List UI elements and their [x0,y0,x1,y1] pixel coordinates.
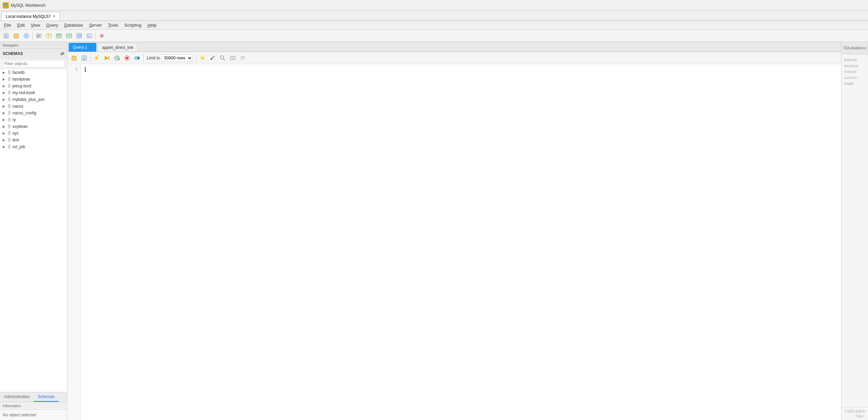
toolbar-search[interactable] [85,31,94,40]
menu-tools[interactable]: Tools [105,22,121,29]
schema-item-test[interactable]: ▶ 🗄 test [0,137,67,143]
arrow-mybatis: ▶ [3,98,6,101]
query-find[interactable] [218,53,227,63]
schema-item-ry[interactable]: ▶ 🗄 ry [0,116,67,123]
svg-text:SP: SP [78,34,82,38]
schema-item-my-red-book[interactable]: ▶ 🗄 my-red-book [0,89,67,96]
editor-content[interactable] [81,64,841,420]
schema-item-sys[interactable]: ▶ 🗄 sys [0,130,67,137]
menu-edit[interactable]: Edit [14,22,27,29]
query-open-btn[interactable] [69,53,79,63]
menu-scripting[interactable]: Scripting [122,22,144,29]
query-execute-btn[interactable]: ⚡ [92,53,101,63]
menu-file[interactable]: File [1,22,14,29]
schemas-label: SCHEMAS [3,51,23,56]
information-header: Information [0,402,67,410]
svg-rect-2 [14,34,19,38]
query-wrap[interactable] [238,53,248,63]
instance-tab-close[interactable]: ✕ [53,14,56,19]
db-icon-jeecg: 🗄 [7,84,11,88]
schema-item-familytree[interactable]: ▶ 🗄 familytree [0,76,67,83]
schema-item-xxl-job[interactable]: ▶ 🗄 xxl_job [0,143,67,150]
schema-name-redbook: my-red-book [12,90,35,95]
schema-name-facedb: facedb [12,70,25,75]
menu-bar: File Edit View Query Database Server Too… [0,21,868,30]
schema-item-mybatis[interactable]: ▶ 🗄 mybatis_plus_join [0,96,67,103]
toolbar-new-query[interactable]: Q [1,31,11,40]
schema-name-jeecg: jeecg-boot [12,84,31,88]
query-tab-1[interactable]: Query 1 ✕ [69,43,96,52]
db-icon-nacos-config: 🗄 [7,111,11,115]
toolbar-open-query[interactable] [11,31,21,40]
query-toggle-btn[interactable] [132,53,142,63]
query-editor: 1 [67,64,841,420]
bottom-tabs: Administration Schemas [0,392,67,402]
menu-help[interactable]: Help [145,22,159,29]
right-panel-header: SQLAdditions ◀ ▶ ⊞ [841,42,868,54]
right-panel-nav: ◀ ▶ ⊞ [866,43,868,53]
query-tab-applet[interactable]: applet_direct_link [98,43,138,52]
menu-database[interactable]: Database [62,22,86,29]
tab-administration[interactable]: Administration [0,392,34,402]
toolbar-sp[interactable]: SP [74,31,84,40]
toolbar-migration[interactable]: → [97,31,106,40]
toolbar-reconnect[interactable]: ↺ [22,31,31,40]
db-icon-mybatis: 🗄 [7,97,11,102]
menu-server[interactable]: Server [86,22,104,29]
auto-text: Automadisabled.manualcurrent ctoggle [844,58,859,85]
toolbar-sep-1 [32,32,33,40]
arrow-nacos-config: ▶ [3,111,6,115]
toolbar-table-inspect[interactable] [44,31,54,40]
arrow-ry: ▶ [3,118,6,121]
db-icon-familytree: 🗄 [7,77,11,81]
svg-line-38 [223,59,225,60]
query-visible-cols[interactable] [228,53,238,63]
q-sep-2 [143,54,144,62]
menu-view[interactable]: View [28,22,43,29]
arrow-sys: ▶ [3,132,6,135]
schema-name-soybean: soybean [12,124,28,129]
filter-box [0,59,67,69]
arrow-facedb: ▶ [3,71,6,74]
main-toolbar: Q ↺ + SP → [0,30,868,42]
instance-tab[interactable]: Local instance MySQL57 ✕ [1,12,60,21]
arrow-redbook: ▶ [3,91,6,94]
query-tab-1-close[interactable]: ✕ [89,45,92,50]
menu-query[interactable]: Query [43,22,61,29]
query-beautify[interactable]: 🖊 [208,53,217,63]
query-add-snippet[interactable]: ⭐ [198,53,207,63]
schema-name-ry: ry [12,117,16,122]
query-stop-btn[interactable] [122,53,132,63]
no-object-text: No object selected [0,410,67,420]
query-explain-btn[interactable]: 🔍 [112,53,122,63]
navigator-label: Navigator [3,43,19,47]
query-execute-all-btn[interactable] [102,53,112,63]
schemas-toggle-icon[interactable]: ⇄ [60,51,64,56]
toolbar-table-create[interactable]: + [64,31,74,40]
tab-schemas[interactable]: Schemas [34,392,59,402]
limit-dropdown: Limit to 50000 rows 1000 rows 10000 rows… [147,54,193,62]
query-save-btn[interactable] [80,53,89,63]
schema-item-nacos[interactable]: ▶ 🗄 nacos [0,103,67,110]
toolbar-schemas[interactable] [34,31,43,40]
schema-item-facedb[interactable]: ▶ 🗄 facedb [0,69,67,76]
schema-list: ▶ 🗄 facedb ▶ 🗄 familytree ▶ 🗄 jeecg-boot… [0,69,67,392]
svg-rect-28 [83,58,86,60]
schema-item-nacos-config[interactable]: ▶ 🗄 nacos_config [0,110,67,116]
svg-text:+: + [68,34,70,38]
svg-rect-6 [37,35,40,35]
instance-tab-bar: Local instance MySQL57 ✕ [0,11,868,21]
schema-name-sys: sys [12,131,19,136]
filter-input[interactable] [2,60,65,67]
toolbar-table-edit[interactable] [54,31,64,40]
schema-name-mybatis: mybatis_plus_join [12,97,44,102]
arrow-test: ▶ [3,138,6,142]
limit-select[interactable]: 50000 rows 1000 rows 10000 rows Don't Li… [161,54,193,62]
db-icon-sys: 🗄 [7,131,11,135]
schema-name-test: test [12,138,19,142]
arrow-nacos: ▶ [3,105,6,108]
schema-item-jeecg-boot[interactable]: ▶ 🗄 jeecg-boot [0,83,67,89]
svg-rect-27 [83,56,85,57]
query-toolbar: ⚡ 🔍 Limit to 50000 rows 1000 rows 10000 … [67,52,841,64]
schema-item-soybean[interactable]: ▶ 🗄 soybean [0,123,67,130]
